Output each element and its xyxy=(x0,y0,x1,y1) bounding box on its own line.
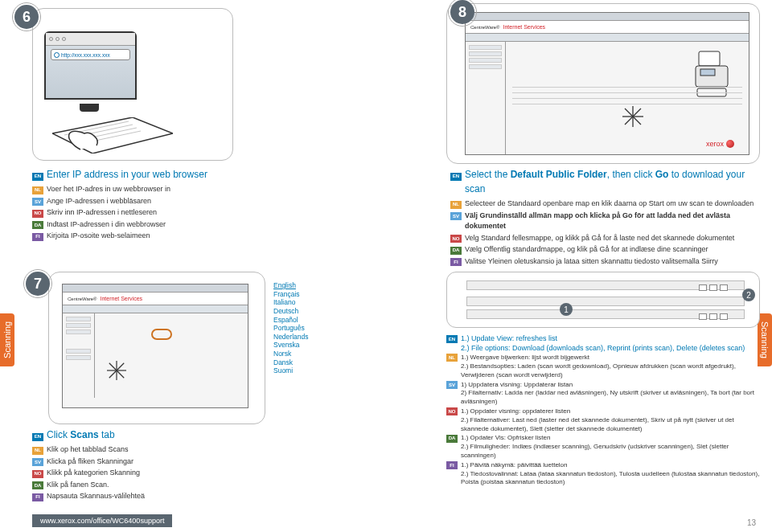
callout-1: 1 xyxy=(560,303,573,316)
lang-tag-da: DA xyxy=(450,247,462,255)
instructions-step-7: EN Click Scans tab NLKlik op het tabblad… xyxy=(32,428,225,503)
lang-tag-en: EN xyxy=(32,173,43,181)
panel-notes: 1 2 xyxy=(446,272,760,328)
lang-tag-fi: FI xyxy=(446,461,458,469)
lang-tag-nl: NL xyxy=(450,201,462,209)
callout-2: 2 xyxy=(742,289,755,301)
step-badge-7: 7 xyxy=(26,272,50,296)
lang-norsk: Norsk xyxy=(273,350,308,358)
lang-tag-en: EN xyxy=(450,173,462,181)
monitor-stand-icon xyxy=(80,104,99,112)
keyboard-illustration xyxy=(52,117,173,153)
lang-tag-sv: SV xyxy=(32,458,43,466)
lang-tag-fi: FI xyxy=(32,493,43,501)
lang-tag-da: DA xyxy=(446,435,458,443)
lang-tag-no: NO xyxy=(450,235,462,243)
panel-step-8: CentreWare® Internet Services xyxy=(446,3,760,164)
instructions-notes: EN 1.) Update View: refreshes list2.) Fi… xyxy=(446,334,760,488)
browser-window-7: CentreWare® Internet Services xyxy=(62,284,248,408)
lang-svenska: Svenska xyxy=(273,341,308,350)
svg-rect-1 xyxy=(699,51,720,66)
tab-highlight-circle xyxy=(151,329,172,340)
lang-suomi: Suomi xyxy=(273,366,308,375)
lang-tag-en: EN xyxy=(446,335,458,343)
click-indicator-icon xyxy=(107,361,126,380)
xerox-logo: xerox xyxy=(706,140,734,148)
instructions-step-8: EN Select the Default Public Folder, the… xyxy=(450,167,756,268)
lang-francais: Français xyxy=(273,290,308,299)
svg-rect-3 xyxy=(700,69,715,76)
language-list: English Français Italiano Deutsch Españo… xyxy=(273,281,308,375)
url-text: http://xxx.xxx.xxx.xxx xyxy=(61,52,110,58)
lang-italiano: Italiano xyxy=(273,298,308,307)
lang-tag-sv: SV xyxy=(32,198,43,206)
browser-toolbar xyxy=(46,33,135,46)
lang-tag-sv: SV xyxy=(450,212,462,220)
xerox-ball-icon xyxy=(726,140,734,148)
lang-english: English xyxy=(273,281,308,290)
side-tab-scanning-left: Scanning xyxy=(0,313,14,366)
panel-step-6: http://xxx.xxx.xxx.xxx xyxy=(32,8,233,161)
monitor-icon: http://xxx.xxx.xxx.xxx xyxy=(44,31,137,100)
lang-tag-nl: NL xyxy=(32,447,43,455)
lang-nederlands: Nederlands xyxy=(273,333,308,342)
browser-header: CentreWare® Internet Services xyxy=(466,21,749,34)
lang-deutsch: Deutsch xyxy=(273,307,308,316)
lang-tag-da: DA xyxy=(32,221,43,229)
browser-header-7: CentreWare® Internet Services xyxy=(63,293,248,305)
lang-portugues: Português xyxy=(273,324,308,333)
browser-window-8: CentreWare® Internet Services xyxy=(465,12,749,155)
step-badge-8: 8 xyxy=(450,0,474,24)
lang-tag-sv: SV xyxy=(446,381,458,389)
lang-tag-fi: FI xyxy=(450,258,462,266)
lang-tag-da: DA xyxy=(32,481,43,489)
lang-tag-no: NO xyxy=(446,407,458,415)
lang-tag-fi: FI xyxy=(32,233,43,241)
step-badge-6: 6 xyxy=(14,5,39,29)
url-field: http://xxx.xxx.xxx.xxx xyxy=(51,49,130,60)
globe-icon xyxy=(54,52,60,58)
lang-dansk: Dansk xyxy=(273,358,308,367)
lang-espanol: Español xyxy=(273,316,308,325)
footer-support-url: www.xerox.com/office/WC6400support xyxy=(32,514,172,527)
lang-tag-no: NO xyxy=(32,210,43,218)
lang-tag-nl: NL xyxy=(32,186,43,194)
panel-step-7: CentreWare® Internet Services xyxy=(48,272,265,424)
instructions-step-6: ENEnter IP address in your web browser N… xyxy=(32,167,241,243)
click-indicator-icon xyxy=(622,106,643,127)
lang-tag-en: EN xyxy=(32,433,43,441)
lang-tag-no: NO xyxy=(32,470,43,478)
lang-tag-nl: NL xyxy=(446,354,458,362)
page-number: 13 xyxy=(747,518,756,527)
